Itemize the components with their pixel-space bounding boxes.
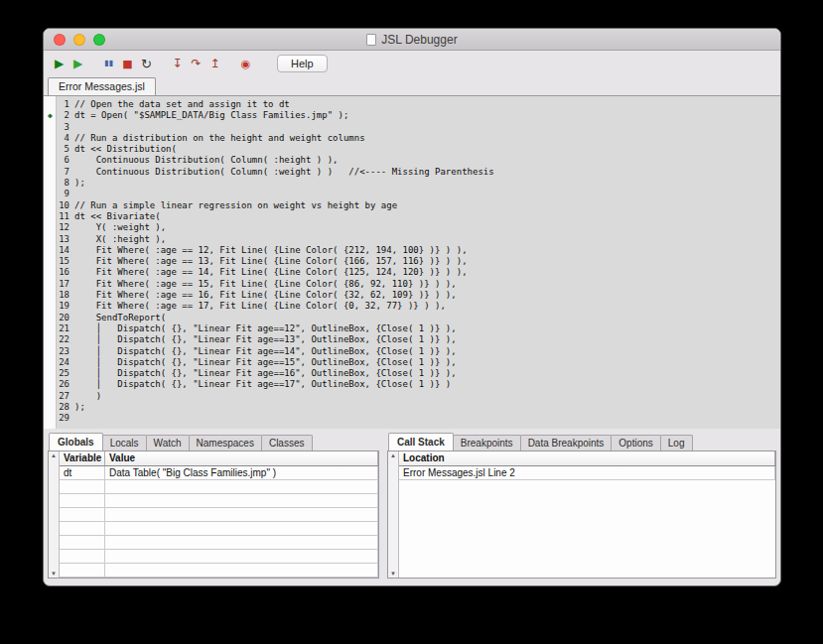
breakpoint-gutter[interactable] — [44, 155, 57, 166]
restart-button[interactable]: ↻ — [137, 54, 156, 73]
breakpoint-gutter[interactable] — [44, 346, 57, 357]
editor-tabstrip: Error Messages.jsl — [44, 76, 780, 96]
continue-button[interactable]: ▶ — [69, 54, 87, 73]
code-line: 24 │ Dispatch( {}, "Linear Fit age==15",… — [44, 357, 780, 368]
scroll-up-icon[interactable]: ▲ — [390, 452, 396, 458]
code-line: 16 Fit Where( :age == 14, Fit Line( {Lin… — [44, 267, 780, 278]
breakpoint-gutter[interactable] — [44, 334, 57, 345]
breakpoint-gutter[interactable] — [44, 234, 57, 245]
code-line: 3 — [44, 122, 780, 133]
jsl-debugger-window: JSL Debugger ▶▶▮▮■↻↧↷↥◉ Help Error Messa… — [43, 28, 781, 586]
table-cell — [60, 508, 105, 521]
breakpoint-gutter[interactable] — [44, 178, 57, 189]
table-cell: Data Table( "Big Class Families.jmp" ) — [105, 466, 378, 479]
help-button[interactable]: Help — [277, 55, 328, 72]
line-number: 20 — [57, 313, 74, 323]
table-cell — [60, 522, 105, 535]
line-number: 13 — [57, 234, 74, 245]
code-line: 5dt << Distribution( — [44, 144, 780, 155]
breakpoint-gutter[interactable] — [44, 200, 57, 211]
breakpoint-gutter[interactable] — [44, 133, 57, 144]
execution-marker-icon[interactable]: ◆ — [44, 110, 57, 121]
tab-watch[interactable]: Watch — [146, 435, 190, 451]
breakpoint-gutter[interactable] — [44, 301, 57, 312]
breakpoint-gutter[interactable] — [44, 189, 57, 199]
breakpoint-gutter[interactable] — [44, 256, 57, 267]
document-icon — [366, 34, 376, 46]
scroll-down-icon[interactable]: ▼ — [390, 571, 396, 577]
tab-globals[interactable]: Globals — [49, 433, 103, 451]
pause-button[interactable]: ▮▮ — [99, 54, 118, 73]
code-line: 8); — [44, 178, 780, 189]
line-number: 8 — [57, 178, 74, 189]
breakpoint-gutter[interactable] — [44, 211, 57, 222]
tab-log[interactable]: Log — [660, 435, 693, 451]
scroll-down-icon[interactable]: ▼ — [51, 571, 57, 577]
column-header: Variable — [60, 451, 105, 465]
breakpoint-gutter[interactable] — [44, 279, 57, 290]
run-button[interactable]: ▶ — [50, 54, 69, 73]
breakpoint-gutter[interactable] — [44, 323, 57, 334]
line-number: 17 — [57, 279, 74, 290]
code-text: Continuous Distribution( Column( :height… — [74, 155, 339, 166]
line-number: 27 — [57, 391, 74, 402]
line-number: 7 — [57, 167, 74, 178]
breakpoint-gutter[interactable] — [44, 402, 57, 413]
callstack-table-wrap: ▲ ▼ LocationError Messages.jsl Line 2 — [387, 451, 776, 579]
code-text: ); — [74, 178, 85, 189]
code-line: 27 ) — [44, 391, 780, 402]
table-cell — [60, 494, 105, 507]
breakpoint-gutter[interactable] — [44, 144, 57, 155]
breakpoint-gutter[interactable] — [44, 99, 57, 110]
line-number: 16 — [57, 267, 74, 278]
panel-splitter[interactable] — [379, 433, 387, 579]
step-over-button[interactable]: ↷ — [187, 54, 206, 73]
breakpoint-gutter[interactable] — [44, 122, 57, 133]
code-line: 26 │ Dispatch( {}, "Linear Fit age==17",… — [44, 379, 780, 390]
tab-options[interactable]: Options — [611, 435, 660, 451]
code-line: 12 Y( :weight ), — [44, 222, 780, 233]
breakpoint-gutter[interactable] — [44, 413, 57, 424]
table-row[interactable]: dtData Table( "Big Class Families.jmp" ) — [60, 466, 378, 480]
titlebar[interactable]: JSL Debugger — [44, 29, 780, 51]
tab-error-messages-jsl[interactable]: Error Messages.jsl — [48, 77, 156, 95]
table-row-empty — [60, 536, 378, 550]
step-out-button[interactable]: ↥ — [206, 54, 224, 73]
step-into-button[interactable]: ↧ — [168, 54, 187, 73]
callstack-scrollbar[interactable]: ▲ ▼ — [388, 451, 399, 578]
breakpoint-gutter[interactable] — [44, 290, 57, 301]
tab-namespaces[interactable]: Namespaces — [189, 435, 262, 451]
tab-locals[interactable]: Locals — [102, 435, 147, 451]
table-row[interactable]: Error Messages.jsl Line 2 — [399, 466, 775, 480]
run-icon: ▶ — [55, 58, 64, 69]
left-panel-tabs: GlobalsLocalsWatchNamespacesClasses — [48, 433, 379, 451]
table-header-row: Location — [399, 451, 775, 466]
stop-icon: ■ — [122, 59, 132, 69]
line-number: 22 — [57, 334, 74, 345]
breakpoint-gutter[interactable] — [44, 313, 57, 323]
breakpoint-gutter[interactable] — [44, 245, 57, 256]
code-text: │ Dispatch( {}, "Linear Fit age==14", Ou… — [74, 346, 457, 357]
stop-button[interactable]: ■ — [118, 54, 137, 73]
code-line: 25 │ Dispatch( {}, "Linear Fit age==16",… — [44, 368, 780, 379]
breakpoint-gutter[interactable] — [44, 167, 57, 178]
breakpoint-gutter[interactable] — [44, 222, 57, 233]
tab-call-stack[interactable]: Call Stack — [388, 433, 454, 451]
scroll-up-icon[interactable]: ▲ — [51, 452, 57, 458]
tab-classes[interactable]: Classes — [261, 435, 313, 451]
breakpoint-gutter[interactable] — [44, 368, 57, 379]
breakpoint-gutter[interactable] — [44, 379, 57, 390]
variables-scrollbar[interactable]: ▲ ▼ — [49, 451, 60, 578]
debug-panels: GlobalsLocalsWatchNamespacesClasses ▲ ▼ … — [44, 429, 780, 585]
breakpoint-gutter[interactable] — [44, 357, 57, 368]
breakpoints-button[interactable]: ◉ — [236, 54, 255, 73]
tab-data-breakpoints[interactable]: Data Breakpoints — [520, 435, 613, 451]
code-editor[interactable]: 1// Open the data set and assign it to d… — [44, 96, 780, 429]
code-line: 7 Continuous Distribution( Column( :weig… — [44, 167, 780, 178]
line-number: 3 — [57, 122, 74, 133]
breakpoint-gutter[interactable] — [44, 391, 57, 402]
code-line: 10// Run a simple linear regression on w… — [44, 200, 780, 211]
breakpoint-gutter[interactable] — [44, 267, 57, 278]
tab-breakpoints[interactable]: Breakpoints — [453, 435, 521, 451]
table-cell — [105, 550, 378, 563]
